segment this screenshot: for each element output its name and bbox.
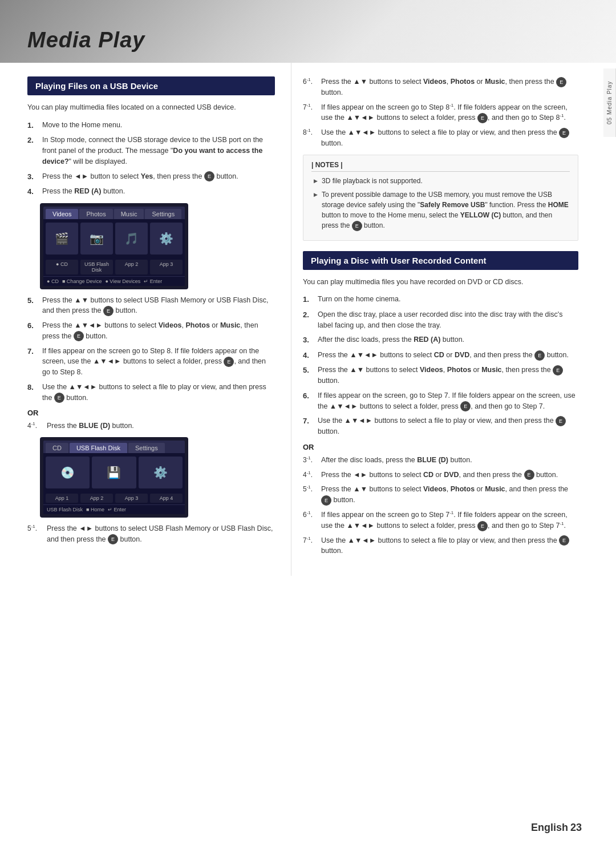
sub-step-5-1-num: 5-1. — [27, 523, 44, 545]
right-top-steps: 6-1. Press the ▲▼ buttons to select Vide… — [303, 76, 578, 149]
s2-step-3-content: After the disc loads, press the RED (A) … — [318, 334, 578, 346]
mockup2-row2: App 1 App 2 App 3 App 4 — [43, 492, 185, 504]
r-sub-4-1-num: 4-1. — [303, 470, 319, 480]
mockup2-settings-icon: ⚙️ — [153, 466, 168, 479]
mockup1-music-icon: 🎵 — [124, 232, 139, 245]
side-label: 05 Media Play — [603, 68, 616, 137]
r-sub-6-1: 6-1. If files appear on the screen go to… — [303, 510, 578, 531]
step-1-content: Move to the Home menu. — [42, 120, 275, 131]
right-step-7-1-content: If files appear on the screen go to Step… — [321, 102, 578, 124]
r-sub-7-1-content: Use the ▲▼◄► buttons to select a file to… — [321, 535, 578, 557]
r-sub-5-1: 5-1. Press the ▲▼ buttons to select Vide… — [303, 484, 578, 506]
step-3-content: Press the ◄► button to select Yes, then … — [42, 171, 275, 183]
s2-step-2-num: 2. — [303, 309, 315, 331]
ui-mockup-1: Videos Photos Music Settings 🎬 📷 🎵 — [40, 203, 188, 289]
left-section-title: Playing Files on a USB Device — [27, 76, 275, 95]
mockup1-settings-icon: ⚙️ — [159, 232, 173, 245]
step-5-num: 5. — [27, 295, 40, 317]
mockup1-videos-item: 🎬 — [46, 223, 78, 255]
mockup1-music-item: 🎵 — [115, 223, 148, 255]
left-column: Playing Files on a USB Device You can pl… — [0, 63, 291, 576]
enter-icon-5: E — [103, 306, 114, 316]
page-title: Media Play — [27, 28, 145, 53]
s2-step-6: 6. If files appear on the screen, go to … — [303, 390, 578, 412]
enter-icon-s2-4: E — [534, 350, 545, 361]
step-2: 2. In Stop mode, connect the USB storage… — [27, 135, 275, 167]
mockup1-tab-videos: Videos — [46, 209, 78, 219]
footer-page-number: 23 — [570, 822, 582, 833]
s2-step-3-num: 3. — [303, 334, 315, 346]
page-header: Media Play — [0, 0, 616, 63]
mockup1-app2: App 2 — [115, 260, 148, 274]
section2-steps: 1. Turn on the home cinema. 2. Open the … — [303, 294, 578, 437]
step-4-content: Press the RED (A) button. — [42, 186, 275, 197]
step-1: 1. Move to the Home menu. — [27, 120, 275, 131]
mockup2-footer-enter: ↵ Enter — [108, 507, 126, 512]
s2-step-4-num: 4. — [303, 350, 315, 361]
mockup2-app3: App 3 — [115, 494, 148, 503]
enter-icon-3: E — [204, 171, 214, 181]
s2-step-2-content: Open the disc tray, place a user recorde… — [318, 309, 578, 331]
mockup1-photos-icon: 📷 — [90, 232, 104, 245]
ui-mockup-2: CD USB Flash Disk Settings 💿 💾 ⚙️ App 1 … — [40, 437, 188, 518]
step-3-num: 3. — [27, 171, 40, 183]
s2-step-6-num: 6. — [303, 390, 315, 412]
section2-intro: You can play multimedia files you have r… — [303, 277, 578, 288]
step-7-content: If files appear on the screen go to Step… — [42, 346, 275, 378]
mockup2-app2: App 2 — [80, 494, 113, 503]
s2-step-5-content: Press the ▲▼ buttons to select Videos, P… — [318, 365, 578, 386]
enter-icon-r6: E — [556, 77, 566, 87]
step-7-num: 7. — [27, 346, 40, 378]
sub-step-4-1-content: Press the BLUE (D) button. — [47, 421, 275, 431]
step-6: 6. Press the ▲▼◄► buttons to select Vide… — [27, 320, 275, 342]
enter-icon-s2-6: E — [460, 401, 471, 411]
s2-step-7-num: 7. — [303, 415, 315, 437]
sub-step-4-1-num: 4-1. — [27, 421, 44, 431]
step-2-content: In Stop mode, connect the USB storage de… — [42, 135, 275, 167]
r-sub-4-1-content: Press the ◄► buttons to select CD or DVD… — [321, 470, 578, 480]
mockup2-usb-icon: 💾 — [107, 466, 121, 479]
right-step-6-1: 6-1. Press the ▲▼ buttons to select Vide… — [303, 76, 578, 98]
step-5-content: Press the ▲▼ buttons to select USB Flash… — [42, 295, 275, 317]
enter-icon-r7: E — [477, 113, 488, 123]
mockup2-app4: App 4 — [150, 494, 183, 503]
right-step-7-1-num: 7-1. — [303, 102, 319, 124]
notes-list: 3D file playback is not supported. To pr… — [311, 176, 570, 231]
step-1-num: 1. — [27, 120, 40, 131]
mockup1-tab-photos: Photos — [79, 209, 112, 219]
enter-icon-5-1: E — [108, 534, 118, 544]
mockup1-app3: App 3 — [150, 260, 183, 274]
s2-step-1-num: 1. — [303, 294, 315, 305]
mockup1-footer-view: ● View Devices — [105, 278, 140, 284]
sub-step-4-1: 4-1. Press the BLUE (D) button. — [27, 421, 275, 431]
section2-title: Playing a Disc with User Recorded Conten… — [303, 251, 578, 270]
sub-step-5-1-content: Press the ◄► buttons to select USB Flash… — [47, 523, 275, 545]
s2-step-5-num: 5. — [303, 365, 315, 386]
r-sub-3-1-content: After the disc loads, press the BLUE (D)… — [321, 455, 578, 466]
s2-step-4-content: Press the ▲▼◄► buttons to select CD or D… — [318, 350, 578, 361]
r-sub-7-1-num: 7-1. — [303, 535, 319, 557]
right-step-8-1-content: Use the ▲▼◄► buttons to select a file to… — [321, 127, 578, 149]
mockup2-footer-home: ■ Home — [86, 507, 104, 512]
s2-step-3: 3. After the disc loads, press the RED (… — [303, 334, 578, 346]
or-separator-1: OR — [27, 409, 275, 417]
right-column: 6-1. Press the ▲▼ buttons to select Vide… — [291, 63, 603, 576]
enter-icon-8: E — [54, 393, 64, 403]
mockup1-footer-enter: ↵ Enter — [144, 278, 162, 284]
mockup1-footer: ● CD ■ Change Device ● View Devices ↵ En… — [43, 276, 185, 286]
mockup2-app1: App 1 — [46, 494, 78, 503]
right-step-8-1-num: 8-1. — [303, 127, 319, 149]
s2-step-7: 7. Use the ▲▼◄► buttons to select a file… — [303, 415, 578, 437]
r-sub-7-1: 7-1. Use the ▲▼◄► buttons to select a fi… — [303, 535, 578, 557]
step-8: 8. Use the ▲▼◄► buttons to select a file… — [27, 382, 275, 403]
s2-step-1: 1. Turn on the home cinema. — [303, 294, 578, 305]
note-2: To prevent possible damage to the USB me… — [314, 189, 570, 231]
mockup1-footer-change: ■ Change Device — [62, 278, 102, 284]
enter-icon-r6-1: E — [477, 521, 488, 531]
page-footer: English 23 — [531, 822, 582, 834]
r-sub-3-1-num: 3-1. — [303, 455, 319, 466]
mockup1-tab-settings: Settings — [145, 209, 181, 219]
step-8-content: Use the ▲▼◄► buttons to select a file to… — [42, 382, 275, 403]
enter-icon-s2-7: E — [556, 416, 566, 426]
s2-step-2: 2. Open the disc tray, place a user reco… — [303, 309, 578, 331]
